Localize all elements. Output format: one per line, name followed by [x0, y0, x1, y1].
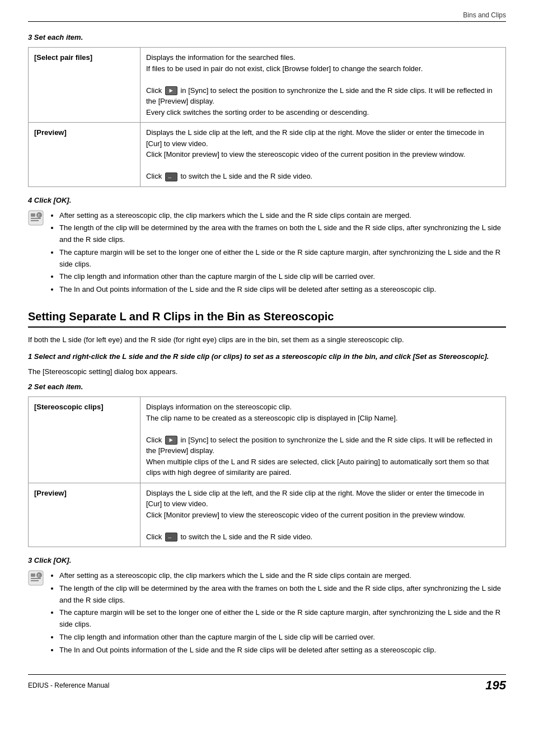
table-row: [Select pair files] Displays the informa…	[29, 48, 506, 123]
table-key-preview-1: [Preview]	[29, 123, 140, 187]
list-item: The capture margin will be set to the lo…	[59, 247, 506, 270]
table-value-stereo-clips: Displays information on the stereoscopic…	[140, 397, 506, 483]
section2-heading: Setting Separate L and R Clips in the Bi…	[28, 310, 506, 328]
svg-text:↔: ↔	[167, 174, 172, 180]
header-text: Bins and Clips	[463, 11, 506, 19]
svg-text:↔: ↔	[167, 535, 172, 540]
note-content-s1: After setting as a stereoscopic clip, th…	[48, 210, 506, 297]
note-content-s2: After setting as a stereoscopic clip, th…	[48, 570, 506, 657]
table-stereoscopic: [Stereoscopic clips] Displays informatio…	[28, 396, 506, 547]
table-select-pair: [Select pair files] Displays the informa…	[28, 47, 506, 187]
table-value-preview-2: Displays the L side clip at the left, an…	[140, 483, 506, 547]
svg-rect-5	[31, 213, 35, 217]
step2-label-s2: 2 Set each item.	[28, 382, 506, 391]
table-value-preview-1: Displays the L side clip at the left, an…	[140, 123, 506, 187]
footer-manual-text: EDIUS - Reference Manual	[28, 682, 109, 689]
page-header: Bins and Clips	[28, 11, 506, 22]
table-row: [Preview] Displays the L side clip at th…	[29, 123, 506, 187]
list-item: After setting as a stereoscopic clip, th…	[59, 210, 506, 222]
step1-desc-s2: The [Stereoscopic setting] dialog box ap…	[28, 366, 506, 377]
section2-intro: If both the L side (for left eye) and th…	[28, 334, 506, 346]
table-key-select-pair: [Select pair files]	[29, 48, 140, 123]
svg-text:!: !	[38, 213, 40, 218]
list-item: The length of the clip will be determine…	[59, 222, 506, 246]
table-key-stereo-clips: [Stereoscopic clips]	[29, 397, 140, 483]
step3-label-s1: 3 Set each item.	[28, 33, 506, 41]
page-number: 195	[485, 678, 506, 693]
list-item: The clip length and information other th…	[59, 271, 506, 283]
step1-label-s2: 1 Select and right-click the L side and …	[28, 352, 506, 361]
table-row: [Preview] Displays the L side clip at th…	[29, 483, 506, 547]
page-footer: EDIUS - Reference Manual 195	[28, 674, 506, 693]
list-item: The clip length and information other th…	[59, 632, 506, 643]
note-box-s2: ! After setting as a stereoscopic clip, …	[28, 570, 506, 657]
sync-icon-1	[165, 86, 177, 95]
switch-icon-2: ↔	[165, 533, 177, 542]
list-item: The In and Out points information of the…	[59, 645, 506, 656]
svg-text:!: !	[38, 573, 40, 578]
svg-rect-15	[31, 573, 35, 577]
table-row: [Stereoscopic clips] Displays informatio…	[29, 397, 506, 483]
list-item: After setting as a stereoscopic clip, th…	[59, 570, 506, 582]
step3-label-s2: 3 Click [OK].	[28, 556, 506, 564]
svg-rect-7	[31, 220, 39, 221]
switch-icon-1: ↔	[165, 172, 177, 181]
step4-label-s1: 4 Click [OK].	[28, 196, 506, 204]
note-icon-s2: !	[28, 570, 44, 586]
list-item: The capture margin will be set to the lo…	[59, 607, 506, 631]
list-item: The In and Out points information of the…	[59, 284, 506, 296]
svg-rect-16	[31, 578, 41, 579]
note-box-s1: ! After setting as a stereoscopic clip, …	[28, 210, 506, 297]
table-key-preview-2: [Preview]	[29, 483, 140, 547]
note-icon-s1: !	[28, 210, 44, 226]
svg-rect-17	[31, 580, 39, 581]
table-value-select-pair: Displays the information for the searche…	[140, 48, 506, 123]
list-item: The length of the clip will be determine…	[59, 583, 506, 606]
sync-icon-2	[165, 436, 177, 445]
svg-rect-6	[31, 218, 41, 219]
